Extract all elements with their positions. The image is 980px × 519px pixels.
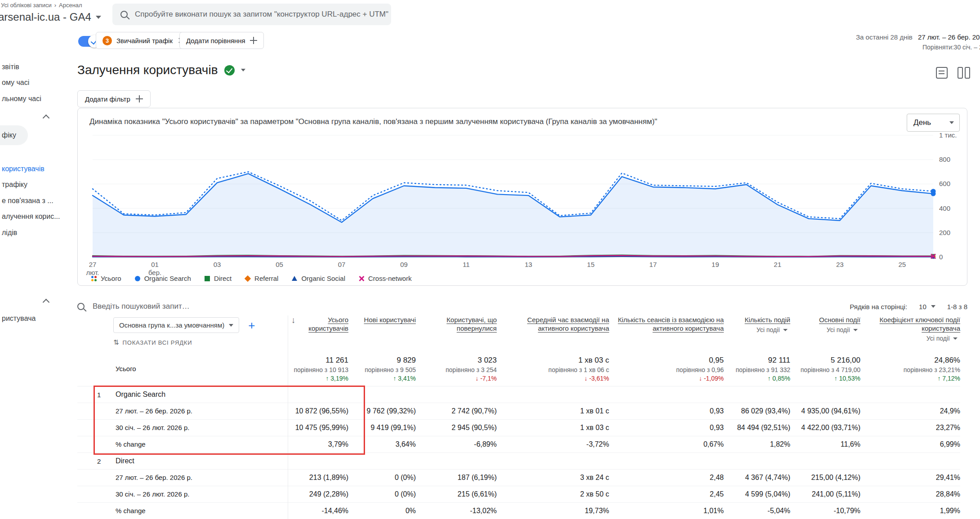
metric-cell: 3 хв 24 с [497,474,609,482]
row-label-cell: % change [77,507,288,515]
svg-text:0: 0 [939,253,943,261]
add-filter-button[interactable]: Додати фільтр [77,90,151,107]
rows-per-page-value: 10 [919,303,927,311]
chevron-up-icon[interactable] [42,298,49,305]
svg-text:05: 05 [276,261,283,268]
metric-compare: порівняно з 10 913 [288,366,348,373]
channel-group-row[interactable]: 1Organic Search [77,386,960,403]
sidebar-item[interactable]: ристувача [2,315,36,323]
column-header-8[interactable]: Коефіцієнт ключової події користувачаУсі… [860,315,960,342]
metric-cell: 2 945 (90,5%) [416,424,497,432]
metric-cell: 4 935,00 (94,61%) [790,407,860,415]
row-label: 27 лют. – 26 бер. 2026 р. [116,474,192,481]
table-row: 27 лют. – 26 бер. 2026 р.10 872 (96,55%)… [77,403,960,420]
insights-card-icon[interactable] [936,67,948,79]
metric-compare: порівняно з 9 505 [348,366,416,373]
chevron-down-icon[interactable] [241,69,245,71]
top-app-bar: Усі облікові записи › Арсенал arsenal-ic… [0,0,980,29]
compare-range-value: Порівняти:30 січ. – 26 лют. 2026 р. [922,44,980,51]
legend-item[interactable]: Referral [245,275,278,282]
column-header-3[interactable]: Користувачі, що повернулися [416,315,497,333]
comparison-chip[interactable]: 3 Звичайний трафік [96,32,191,49]
column-header-5[interactable]: Кількість сеансів із взаємодією на актив… [609,315,724,333]
add-comparison-button[interactable]: Додати порівняння [179,32,264,49]
legend-item[interactable]: Direct [205,275,232,282]
row-label-cell: 30 січ. – 26 лют. 2026 р. [77,424,288,432]
column-event-filter[interactable]: Усі події [790,326,860,333]
sidebar-item[interactable]: алучення корис... [2,213,60,221]
date-range-selector[interactable]: За останні 28 днів 27 лют. – 26 бер. 202… [856,33,980,51]
metric-cell: 11,6% [790,440,860,448]
chevron-up-icon[interactable] [42,114,49,120]
table-search-icon [77,303,85,310]
breadcrumb[interactable]: Усі облікові записи › Арсенал [1,2,82,9]
table-search-input[interactable]: Введіть пошуковий запит… [93,302,190,311]
metric-value: 5 216,00 [790,356,860,365]
sidebar-item[interactable]: ому часі [2,79,29,87]
triangle-marker-icon [292,276,297,281]
property-selector[interactable]: arsenal-ic.ua - GA4 [0,11,101,23]
column-header-1[interactable]: ↓Усього користувачів [288,315,348,333]
compare-reports-icon[interactable] [958,67,970,79]
totals-label: Усього [116,365,136,373]
column-event-filter-label: Усі події [927,335,950,342]
sidebar-item[interactable]: е пов'язана з ... [2,197,53,205]
breadcrumb-root[interactable]: Усі облікові записи [1,2,52,9]
metric-cell: 0,67% [609,440,724,448]
comparison-count-badge: 3 [102,36,112,45]
row-label-cell: 27 лют. – 26 бер. 2026 р. [77,407,288,415]
breadcrumb-current[interactable]: Арсенал [59,2,82,9]
sidebar-item[interactable]: звітів [2,63,19,71]
metric-cell: -14,46% [288,507,348,515]
column-header-7[interactable]: Основні подіїУсі події [790,315,860,333]
metric-value: 3 023 [416,356,497,365]
column-header-label: Кількість сеансів із взаємодією на актив… [609,315,724,333]
table-header-row: Основна група к...за умовчанням)+⇅ПОКАЗА… [77,315,960,351]
row-label: % change [116,507,146,515]
metric-cell: 3,79% [288,440,348,448]
legend-item[interactable]: Усього [91,275,121,282]
legend-label: Organic Search [144,275,191,282]
totals-row: Усього11 261порівняно з 10 913↑ 3,19%9 8… [77,351,960,386]
metric-value: 24,86% [860,356,960,365]
global-search-input[interactable]: Спробуйте виконати пошук за запитом "кон… [112,4,391,25]
metric-cell: 249 (2,28%) [288,490,348,498]
metric-cell: 0 (0%) [348,474,416,482]
chevron-down-icon [949,121,954,124]
legend-item[interactable]: Organic Social [292,275,345,282]
metric-cell: 6,99% [860,440,960,448]
show-all-rows-button[interactable]: ⇅ПОКАЗАТИ ВСІ РЯДКИ [113,338,288,346]
sidebar-item[interactable]: лідів [2,229,17,237]
sort-descending-icon[interactable]: ↓ [291,315,296,325]
metric-cell: 84 494 (92,51%) [724,424,790,432]
column-header-4[interactable]: Середній час взаємодії на активного кори… [497,315,609,333]
sidebar-item[interactable]: льному часі [2,95,41,103]
row-label-cell: 30 січ. – 26 лют. 2026 р. [77,490,288,498]
sidebar-item[interactable]: користувачів [2,165,45,173]
search-placeholder: Спробуйте виконати пошук за запитом "кон… [135,10,388,19]
rows-per-page-label: Рядків на сторінці: [850,303,907,311]
sidebar-item[interactable]: фіку [0,125,28,145]
column-header-2[interactable]: Нові користувачі [348,315,416,324]
pagination-range: 1-8 з 8 [947,303,967,311]
column-event-filter[interactable]: Усі події [860,335,960,342]
table-row: 30 січ. – 26 лют. 2026 р.10 475 (95,99%)… [77,420,960,436]
totals-metric-cell: 11 261порівняно з 10 913↑ 3,19% [288,356,348,382]
add-dimension-button[interactable]: + [248,321,255,330]
dimension-select[interactable]: Основна група к...за умовчанням) [113,317,239,333]
circle-marker-icon [135,276,140,281]
channel-group-row[interactable]: 2Direct [77,453,960,470]
column-header-label: Кількість подій [745,315,790,324]
granularity-select[interactable]: День [907,114,960,132]
sidebar-item[interactable]: трафіку [2,181,27,189]
sidebar: звітівому часільному часіфікукористувачі… [0,29,74,519]
rows-per-page-select[interactable]: 10 [919,303,935,311]
column-header-6[interactable]: Кількість подійУсі події [724,315,790,333]
metric-cell: -6,89% [416,440,497,448]
legend-item[interactable]: Cross-network [359,275,412,282]
metric-cell: 2,48 [609,474,724,482]
channel-name: Direct [116,457,134,465]
legend-item[interactable]: Organic Search [135,275,191,282]
metric-delta: ↑ 7,12% [860,375,960,382]
column-event-filter[interactable]: Усі події [724,326,790,333]
